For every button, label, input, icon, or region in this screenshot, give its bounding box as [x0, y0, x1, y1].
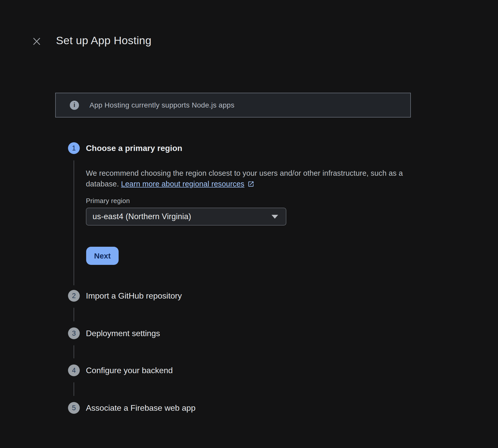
close-button[interactable]	[31, 36, 42, 47]
step-1-description-line-1: We recommend choosing the region closest…	[86, 169, 403, 178]
setup-app-hosting-dialog: Set up App Hosting i App Hosting current…	[0, 0, 498, 448]
step-1-circle: 1	[68, 142, 80, 154]
learn-more-link[interactable]: Learn more about regional resources	[121, 180, 244, 188]
step-row-2: 2 Import a GitHub repository	[68, 290, 182, 302]
step-row-1: 1 Choose a primary region	[68, 142, 182, 154]
step-1-description-line-2: database. Learn more about regional reso…	[86, 180, 254, 189]
external-link-icon	[247, 181, 254, 189]
info-icon: i	[70, 101, 79, 110]
step-1-description-line-2-prefix: database.	[86, 180, 121, 188]
info-banner: i App Hosting currently supports Node.js…	[55, 93, 411, 117]
step-4-circle: 4	[68, 364, 80, 376]
step-3-title: Deployment settings	[86, 329, 160, 338]
primary-region-label: Primary region	[86, 197, 130, 205]
page-title: Set up App Hosting	[56, 34, 152, 47]
dropdown-caret-icon	[271, 215, 278, 219]
banner-text: App Hosting currently supports Node.js a…	[89, 101, 234, 109]
step-row-4: 4 Configure your backend	[68, 364, 173, 376]
step-2-title: Import a GitHub repository	[86, 291, 182, 301]
step-row-5: 5 Associate a Firebase web app	[68, 402, 196, 414]
step-5-circle: 5	[68, 402, 80, 414]
next-button[interactable]: Next	[86, 247, 119, 265]
step-3-circle: 3	[68, 327, 80, 339]
stepper-connector	[74, 160, 74, 285]
step-4-title: Configure your backend	[86, 366, 173, 375]
step-2-circle: 2	[68, 290, 80, 302]
step-5-title: Associate a Firebase web app	[86, 403, 196, 413]
stepper-connector	[74, 345, 74, 358]
primary-region-select-value: us-east4 (Northern Virginia)	[93, 212, 191, 221]
step-1-title: Choose a primary region	[86, 144, 182, 153]
step-row-3: 3 Deployment settings	[68, 327, 160, 339]
primary-region-select[interactable]: us-east4 (Northern Virginia)	[86, 208, 286, 226]
close-icon	[33, 38, 41, 45]
stepper-connector	[74, 382, 74, 396]
stepper-connector	[74, 308, 74, 321]
